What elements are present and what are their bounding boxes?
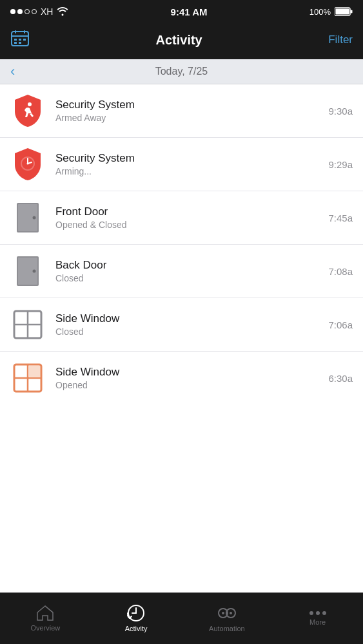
tab-automation-label: Automation (209, 625, 245, 632)
item-time: 9:29a (328, 159, 353, 170)
activity-details: Security System Armed Away (55, 99, 328, 123)
item-time: 9:30a (328, 106, 353, 117)
svg-rect-4 (12, 35, 28, 37)
svg-rect-10 (14, 42, 17, 44)
item-name: Side Window (55, 366, 328, 379)
dot4 (32, 9, 37, 14)
status-bar: XH 9:41 AM 100% (0, 0, 363, 23)
svg-point-38 (309, 611, 313, 615)
filter-button[interactable]: Filter (328, 33, 353, 46)
page-title: Activity (155, 33, 202, 48)
front-door-icon (10, 200, 45, 235)
item-status: Closed (55, 327, 328, 337)
svg-rect-7 (14, 39, 17, 41)
dot1 (10, 9, 15, 14)
list-item[interactable]: Front Door Opened & Closed 7:45a (0, 191, 363, 245)
side-window-closed-icon (10, 307, 45, 342)
activity-details: Security System Arming... (55, 152, 328, 176)
calendar-icon[interactable] (10, 29, 30, 51)
item-status: Arming... (55, 166, 328, 176)
svg-rect-2 (350, 10, 352, 14)
svg-point-19 (27, 163, 29, 165)
list-item[interactable]: Security System Armed Away 9:30a (0, 84, 363, 138)
item-name: Security System (55, 152, 328, 165)
signal-dots (10, 9, 37, 14)
tab-automation[interactable]: Automation (182, 593, 273, 644)
svg-rect-11 (19, 42, 21, 44)
item-name: Front Door (55, 205, 328, 218)
battery-icon (335, 7, 353, 16)
item-name: Side Window (55, 312, 328, 325)
item-status: Armed Away (55, 113, 328, 123)
date-bar: ‹ Today, 7/25 (0, 59, 363, 84)
svg-point-40 (322, 611, 326, 615)
dot2 (17, 9, 23, 14)
list-item[interactable]: Side Window Opened 6:30a (0, 352, 363, 404)
security-armed-icon (10, 93, 45, 128)
item-name: Back Door (55, 259, 328, 272)
tab-more[interactable]: More (272, 593, 363, 644)
carrier-label: XH (41, 6, 53, 17)
nav-bar: Activity Filter (0, 23, 363, 59)
svg-point-36 (222, 612, 224, 614)
security-arming-icon (10, 147, 45, 182)
tab-overview-label: Overview (30, 624, 60, 632)
svg-point-39 (316, 611, 320, 615)
date-label: Today, 7/25 (155, 66, 208, 77)
home-icon (36, 605, 54, 621)
svg-point-13 (28, 102, 32, 106)
item-time: 7:06a (328, 319, 353, 330)
side-window-open-icon (10, 361, 45, 395)
svg-point-22 (33, 216, 36, 220)
item-time: 7:45a (328, 213, 353, 223)
battery-label: 100% (309, 7, 331, 17)
svg-rect-32 (29, 366, 41, 377)
status-right: 100% (309, 7, 353, 17)
item-status: Opened (55, 380, 328, 390)
activity-list: Security System Armed Away 9:30a Securit… (0, 84, 363, 592)
tab-activity[interactable]: Activity (91, 593, 182, 644)
wifi-icon (57, 7, 68, 16)
status-time: 9:41 AM (171, 6, 208, 17)
svg-point-25 (33, 270, 36, 273)
tab-more-label: More (309, 618, 326, 626)
svg-rect-9 (23, 39, 26, 41)
tab-bar: Overview Activity Automation More (0, 592, 363, 644)
item-status: Closed (55, 273, 328, 283)
svg-rect-1 (335, 9, 349, 15)
item-status: Opened & Closed (55, 220, 328, 230)
svg-rect-8 (19, 39, 21, 41)
activity-icon (126, 604, 146, 622)
back-door-icon (10, 254, 45, 289)
svg-rect-6 (24, 30, 25, 33)
activity-details: Side Window Opened (55, 366, 328, 390)
item-name: Security System (55, 99, 328, 111)
activity-details: Back Door Closed (55, 259, 328, 283)
svg-point-37 (230, 612, 232, 614)
activity-details: Front Door Opened & Closed (55, 205, 328, 230)
tab-overview[interactable]: Overview (0, 593, 91, 644)
list-item[interactable]: Side Window Closed 7:06a (0, 298, 363, 352)
back-button[interactable]: ‹ (10, 63, 15, 80)
activity-details: Side Window Closed (55, 312, 328, 337)
status-left: XH (10, 6, 68, 17)
tab-activity-label: Activity (125, 625, 148, 632)
dot3 (25, 9, 30, 14)
automation-icon (217, 604, 237, 622)
list-item[interactable]: Back Door Closed 7:08a (0, 245, 363, 298)
item-time: 6:30a (328, 373, 353, 384)
list-item[interactable]: Security System Arming... 9:29a (0, 138, 363, 191)
item-time: 7:08a (328, 266, 353, 277)
svg-rect-5 (15, 30, 16, 33)
more-icon (309, 611, 327, 616)
